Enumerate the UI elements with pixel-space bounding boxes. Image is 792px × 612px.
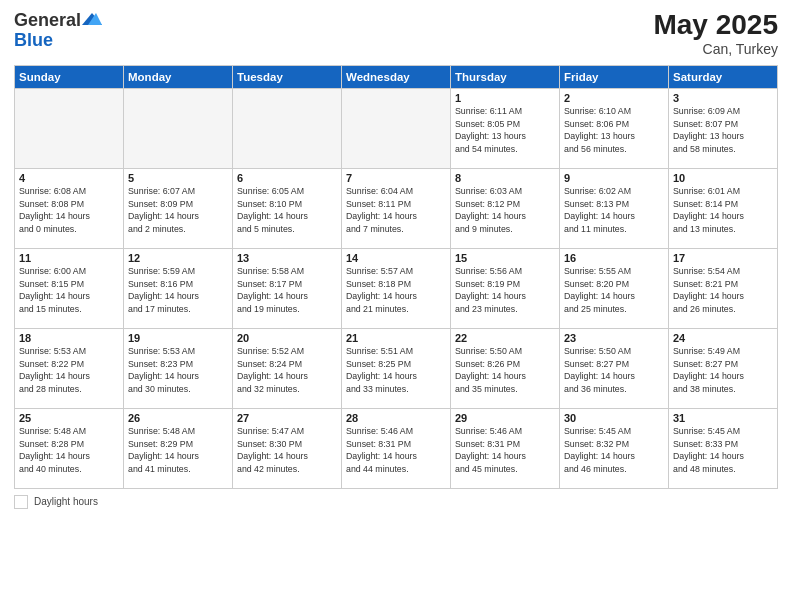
table-row: 7Sunrise: 6:04 AM Sunset: 8:11 PM Daylig…	[342, 168, 451, 248]
day-number: 13	[237, 252, 337, 264]
table-row: 21Sunrise: 5:51 AM Sunset: 8:25 PM Dayli…	[342, 328, 451, 408]
day-info: Sunrise: 5:53 AM Sunset: 8:23 PM Dayligh…	[128, 345, 228, 396]
day-info: Sunrise: 5:59 AM Sunset: 8:16 PM Dayligh…	[128, 265, 228, 316]
table-row: 22Sunrise: 5:50 AM Sunset: 8:26 PM Dayli…	[451, 328, 560, 408]
table-row: 2Sunrise: 6:10 AM Sunset: 8:06 PM Daylig…	[560, 88, 669, 168]
header: General Blue May 2025 Can, Turkey	[14, 10, 778, 57]
table-row: 13Sunrise: 5:58 AM Sunset: 8:17 PM Dayli…	[233, 248, 342, 328]
day-number: 21	[346, 332, 446, 344]
table-row: 5Sunrise: 6:07 AM Sunset: 8:09 PM Daylig…	[124, 168, 233, 248]
day-number: 31	[673, 412, 773, 424]
table-row: 25Sunrise: 5:48 AM Sunset: 8:28 PM Dayli…	[15, 408, 124, 488]
day-number: 1	[455, 92, 555, 104]
logo-icon	[82, 11, 102, 29]
table-row: 31Sunrise: 5:45 AM Sunset: 8:33 PM Dayli…	[669, 408, 778, 488]
table-row: 20Sunrise: 5:52 AM Sunset: 8:24 PM Dayli…	[233, 328, 342, 408]
table-row	[124, 88, 233, 168]
daylight-box	[14, 495, 28, 509]
logo-blue-text: Blue	[14, 31, 102, 49]
day-info: Sunrise: 6:09 AM Sunset: 8:07 PM Dayligh…	[673, 105, 773, 156]
calendar-week-1: 1Sunrise: 6:11 AM Sunset: 8:05 PM Daylig…	[15, 88, 778, 168]
day-number: 16	[564, 252, 664, 264]
day-info: Sunrise: 6:07 AM Sunset: 8:09 PM Dayligh…	[128, 185, 228, 236]
day-info: Sunrise: 5:45 AM Sunset: 8:33 PM Dayligh…	[673, 425, 773, 476]
calendar: Sunday Monday Tuesday Wednesday Thursday…	[14, 65, 778, 489]
col-friday: Friday	[560, 65, 669, 88]
day-info: Sunrise: 5:54 AM Sunset: 8:21 PM Dayligh…	[673, 265, 773, 316]
table-row: 26Sunrise: 5:48 AM Sunset: 8:29 PM Dayli…	[124, 408, 233, 488]
day-number: 27	[237, 412, 337, 424]
table-row: 28Sunrise: 5:46 AM Sunset: 8:31 PM Dayli…	[342, 408, 451, 488]
calendar-week-3: 11Sunrise: 6:00 AM Sunset: 8:15 PM Dayli…	[15, 248, 778, 328]
day-info: Sunrise: 5:58 AM Sunset: 8:17 PM Dayligh…	[237, 265, 337, 316]
day-info: Sunrise: 5:51 AM Sunset: 8:25 PM Dayligh…	[346, 345, 446, 396]
table-row: 29Sunrise: 5:46 AM Sunset: 8:31 PM Dayli…	[451, 408, 560, 488]
day-number: 6	[237, 172, 337, 184]
calendar-week-4: 18Sunrise: 5:53 AM Sunset: 8:22 PM Dayli…	[15, 328, 778, 408]
table-row: 24Sunrise: 5:49 AM Sunset: 8:27 PM Dayli…	[669, 328, 778, 408]
day-number: 3	[673, 92, 773, 104]
table-row: 9Sunrise: 6:02 AM Sunset: 8:13 PM Daylig…	[560, 168, 669, 248]
day-number: 11	[19, 252, 119, 264]
day-number: 10	[673, 172, 773, 184]
day-number: 29	[455, 412, 555, 424]
day-number: 23	[564, 332, 664, 344]
day-info: Sunrise: 5:55 AM Sunset: 8:20 PM Dayligh…	[564, 265, 664, 316]
day-number: 20	[237, 332, 337, 344]
day-info: Sunrise: 5:50 AM Sunset: 8:27 PM Dayligh…	[564, 345, 664, 396]
day-number: 4	[19, 172, 119, 184]
day-info: Sunrise: 6:05 AM Sunset: 8:10 PM Dayligh…	[237, 185, 337, 236]
day-number: 24	[673, 332, 773, 344]
page: General Blue May 2025 Can, Turkey Sunday…	[0, 0, 792, 612]
day-info: Sunrise: 5:46 AM Sunset: 8:31 PM Dayligh…	[346, 425, 446, 476]
day-number: 17	[673, 252, 773, 264]
month-year: May 2025	[653, 10, 778, 41]
day-info: Sunrise: 6:04 AM Sunset: 8:11 PM Dayligh…	[346, 185, 446, 236]
day-info: Sunrise: 6:03 AM Sunset: 8:12 PM Dayligh…	[455, 185, 555, 236]
day-info: Sunrise: 6:11 AM Sunset: 8:05 PM Dayligh…	[455, 105, 555, 156]
title-block: May 2025 Can, Turkey	[653, 10, 778, 57]
table-row: 3Sunrise: 6:09 AM Sunset: 8:07 PM Daylig…	[669, 88, 778, 168]
day-number: 7	[346, 172, 446, 184]
day-info: Sunrise: 6:08 AM Sunset: 8:08 PM Dayligh…	[19, 185, 119, 236]
day-info: Sunrise: 5:57 AM Sunset: 8:18 PM Dayligh…	[346, 265, 446, 316]
day-number: 5	[128, 172, 228, 184]
day-number: 14	[346, 252, 446, 264]
day-number: 19	[128, 332, 228, 344]
table-row: 8Sunrise: 6:03 AM Sunset: 8:12 PM Daylig…	[451, 168, 560, 248]
day-number: 22	[455, 332, 555, 344]
logo-general-text: General	[14, 10, 81, 31]
table-row: 12Sunrise: 5:59 AM Sunset: 8:16 PM Dayli…	[124, 248, 233, 328]
location: Can, Turkey	[653, 41, 778, 57]
col-tuesday: Tuesday	[233, 65, 342, 88]
table-row: 1Sunrise: 6:11 AM Sunset: 8:05 PM Daylig…	[451, 88, 560, 168]
table-row: 4Sunrise: 6:08 AM Sunset: 8:08 PM Daylig…	[15, 168, 124, 248]
calendar-week-2: 4Sunrise: 6:08 AM Sunset: 8:08 PM Daylig…	[15, 168, 778, 248]
day-number: 28	[346, 412, 446, 424]
logo: General Blue	[14, 10, 102, 49]
table-row	[233, 88, 342, 168]
day-info: Sunrise: 5:45 AM Sunset: 8:32 PM Dayligh…	[564, 425, 664, 476]
table-row: 17Sunrise: 5:54 AM Sunset: 8:21 PM Dayli…	[669, 248, 778, 328]
footer: Daylight hours	[14, 495, 778, 509]
day-info: Sunrise: 5:50 AM Sunset: 8:26 PM Dayligh…	[455, 345, 555, 396]
table-row: 15Sunrise: 5:56 AM Sunset: 8:19 PM Dayli…	[451, 248, 560, 328]
day-info: Sunrise: 5:49 AM Sunset: 8:27 PM Dayligh…	[673, 345, 773, 396]
col-thursday: Thursday	[451, 65, 560, 88]
day-info: Sunrise: 5:48 AM Sunset: 8:29 PM Dayligh…	[128, 425, 228, 476]
day-info: Sunrise: 5:56 AM Sunset: 8:19 PM Dayligh…	[455, 265, 555, 316]
day-info: Sunrise: 5:53 AM Sunset: 8:22 PM Dayligh…	[19, 345, 119, 396]
calendar-week-5: 25Sunrise: 5:48 AM Sunset: 8:28 PM Dayli…	[15, 408, 778, 488]
table-row: 11Sunrise: 6:00 AM Sunset: 8:15 PM Dayli…	[15, 248, 124, 328]
col-saturday: Saturday	[669, 65, 778, 88]
day-number: 15	[455, 252, 555, 264]
col-monday: Monday	[124, 65, 233, 88]
day-info: Sunrise: 6:01 AM Sunset: 8:14 PM Dayligh…	[673, 185, 773, 236]
table-row	[342, 88, 451, 168]
day-info: Sunrise: 6:00 AM Sunset: 8:15 PM Dayligh…	[19, 265, 119, 316]
day-info: Sunrise: 5:46 AM Sunset: 8:31 PM Dayligh…	[455, 425, 555, 476]
table-row: 18Sunrise: 5:53 AM Sunset: 8:22 PM Dayli…	[15, 328, 124, 408]
table-row: 10Sunrise: 6:01 AM Sunset: 8:14 PM Dayli…	[669, 168, 778, 248]
table-row	[15, 88, 124, 168]
day-info: Sunrise: 6:10 AM Sunset: 8:06 PM Dayligh…	[564, 105, 664, 156]
